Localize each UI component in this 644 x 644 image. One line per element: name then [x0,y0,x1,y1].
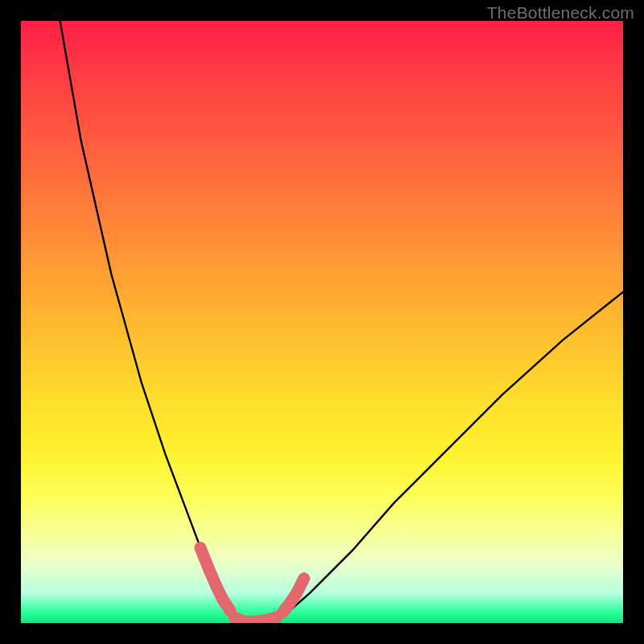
optimal-zone-segment [200,548,230,612]
curve-layer [21,21,623,623]
optimal-zone-highlight [200,548,304,622]
chart-root: TheBottleneck.com [0,0,644,644]
plot-area [21,21,623,623]
bottleneck-curve [60,21,623,623]
watermark-text: TheBottleneck.com [487,3,634,23]
optimal-zone-segment [235,617,277,622]
optimal-zone-segment [283,579,303,613]
